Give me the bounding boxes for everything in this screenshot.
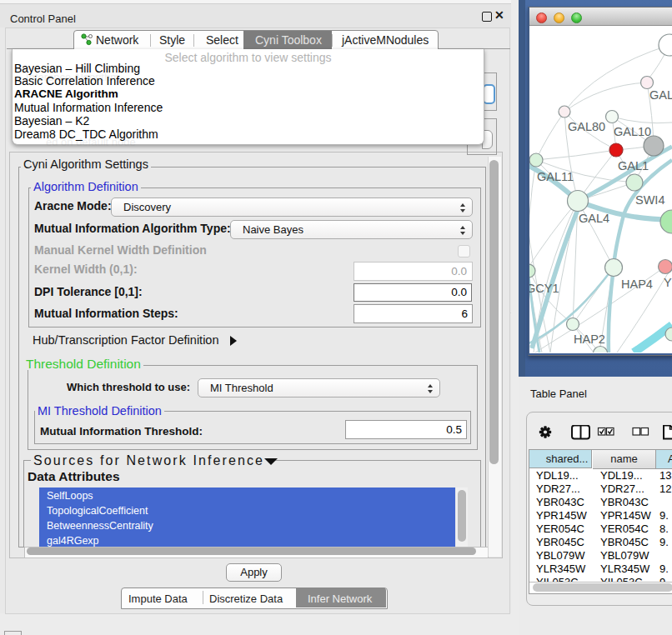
svg-text:GAL1: GAL1 <box>618 159 649 172</box>
svg-text:GAL10: GAL10 <box>614 125 651 138</box>
svg-text:GAL11: GAL11 <box>537 170 574 183</box>
svg-text:HAP2: HAP2 <box>574 332 605 346</box>
svg-text:HAP4: HAP4 <box>621 278 653 291</box>
svg-text:YM: YM <box>664 276 672 289</box>
svg-text:GAL4: GAL4 <box>579 212 609 225</box>
svg-text:GAL2: GAL2 <box>649 88 672 102</box>
svg-text:GAL80: GAL80 <box>568 120 605 133</box>
svg-text:GCY1: GCY1 <box>529 282 559 295</box>
svg-text:SWI4: SWI4 <box>635 193 664 207</box>
